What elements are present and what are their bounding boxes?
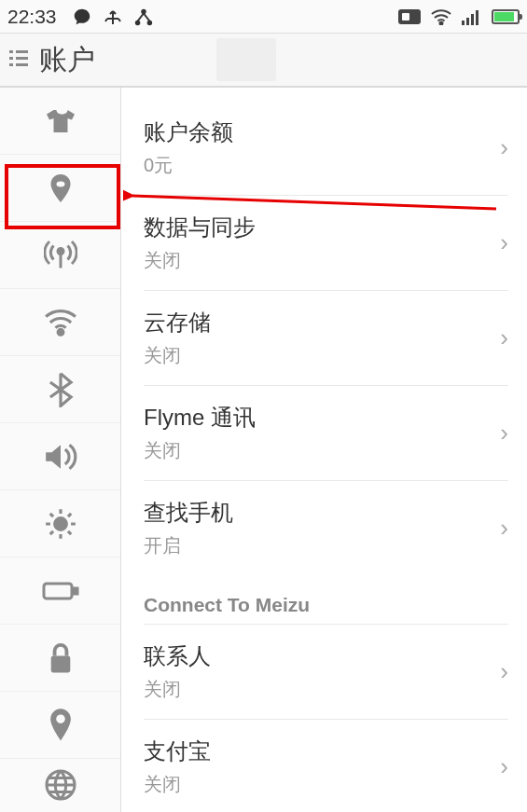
svg-point-22 (56, 714, 65, 723)
row-sub: 关闭 (144, 438, 500, 463)
brightness-icon (43, 506, 78, 542)
signal-icon (462, 8, 482, 25)
row-sub: 关闭 (144, 772, 500, 797)
row-title: 支付宝 (144, 736, 500, 766)
speaker-icon (43, 441, 78, 473)
settings-sidebar (0, 88, 121, 812)
svg-rect-19 (44, 584, 72, 599)
row-flyme-comm[interactable]: Flyme 通讯 关闭 › (144, 386, 508, 481)
row-alipay[interactable]: 支付宝 关闭 › (144, 720, 508, 812)
section-connect-meizu: Connect To Meizu (144, 575, 508, 624)
svg-rect-9 (476, 10, 478, 25)
lock-icon (46, 641, 76, 675)
svg-rect-20 (74, 588, 77, 594)
chevron-right-icon: › (500, 323, 508, 352)
sidebar-item-globe[interactable] (0, 759, 120, 811)
media-icon (398, 9, 421, 24)
svg-rect-12 (9, 57, 13, 60)
svg-rect-13 (16, 57, 28, 60)
battery-icon (492, 9, 520, 24)
bluetooth-icon (47, 372, 75, 407)
svg-rect-6 (462, 21, 465, 25)
ghost-content (216, 38, 276, 81)
row-title: 联系人 (144, 641, 500, 671)
svg-point-2 (147, 21, 151, 24)
svg-rect-4 (402, 13, 409, 21)
row-balance[interactable]: 账户余额 0元 › (144, 101, 508, 196)
sidebar-item-display[interactable] (0, 490, 120, 557)
tshirt-icon (44, 104, 77, 138)
account-content[interactable]: 账户余额 0元 › 数据与同步 关闭 › 云存储 关闭 › (121, 88, 527, 812)
page-title: 账户 (39, 41, 95, 79)
svg-point-0 (142, 9, 146, 13)
sidebar-item-network[interactable] (0, 222, 120, 289)
svg-rect-21 (50, 655, 70, 672)
menu-icon[interactable] (9, 47, 28, 73)
svg-rect-7 (466, 18, 469, 25)
antenna-icon (44, 239, 77, 272)
svg-rect-14 (9, 63, 13, 66)
row-title: 查找手机 (144, 498, 500, 528)
row-sub: 关闭 (144, 248, 500, 273)
svg-point-5 (440, 21, 443, 24)
cloud-pin-icon (44, 172, 77, 205)
wifi-icon (430, 8, 452, 25)
chevron-right-icon: › (500, 752, 508, 781)
chevron-right-icon: › (500, 419, 508, 447)
svg-point-18 (54, 517, 66, 530)
svg-rect-8 (471, 14, 474, 25)
svg-point-17 (58, 329, 63, 335)
row-title: Flyme 通讯 (144, 403, 500, 433)
row-find-phone[interactable]: 查找手机 开启 › (144, 481, 508, 575)
row-title: 账户余额 (144, 117, 500, 147)
svg-rect-11 (16, 50, 28, 53)
row-title: 云存储 (144, 308, 500, 337)
usb-icon (102, 7, 124, 26)
status-bar: 22:33 (0, 0, 527, 34)
row-title: 数据与同步 (144, 213, 500, 242)
sidebar-item-account[interactable] (0, 155, 120, 222)
sidebar-item-themes[interactable] (0, 88, 120, 155)
chevron-right-icon: › (500, 657, 508, 686)
wifi-icon (43, 309, 78, 337)
row-sub: 关闭 (144, 677, 500, 702)
svg-point-16 (58, 248, 63, 254)
svg-point-1 (135, 21, 139, 24)
globe-icon (44, 768, 77, 802)
sidebar-item-location[interactable] (0, 692, 120, 759)
row-sub: 0元 (144, 153, 500, 178)
sidebar-item-bluetooth[interactable] (0, 356, 120, 423)
svg-rect-10 (9, 50, 13, 53)
chat-icon (72, 7, 92, 27)
chevron-right-icon: › (500, 228, 508, 257)
chevron-right-icon: › (500, 133, 508, 162)
row-data-sync[interactable]: 数据与同步 关闭 › (144, 196, 508, 291)
sidebar-item-security[interactable] (0, 625, 120, 692)
chevron-right-icon: › (500, 514, 508, 543)
row-sub: 开启 (144, 533, 500, 558)
location-pin-icon (45, 708, 76, 743)
row-cloud-storage[interactable]: 云存储 关闭 › (144, 291, 508, 386)
page-header: 账户 (0, 34, 527, 88)
share-icon (133, 7, 154, 26)
row-sub: 关闭 (144, 343, 500, 368)
status-time: 22:33 (7, 6, 57, 28)
battery-icon (42, 580, 79, 602)
sidebar-item-wifi[interactable] (0, 289, 120, 356)
sidebar-item-battery[interactable] (0, 557, 120, 625)
row-contacts[interactable]: 联系人 关闭 › (144, 624, 508, 720)
sidebar-item-sound[interactable] (0, 423, 120, 490)
svg-rect-15 (16, 63, 28, 66)
